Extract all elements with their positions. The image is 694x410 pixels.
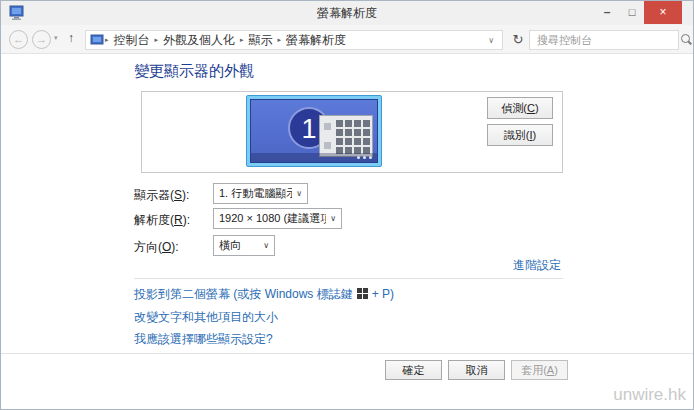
breadcrumb: ▸ 控制台 ▸ 外觀及個人化 ▸ 顯示 ▸ 螢幕解析度 ∨ bbox=[85, 30, 503, 50]
display-select[interactable]: 1. 行動電腦顯示器 ∨ bbox=[213, 183, 308, 204]
identify-label: 識別( bbox=[504, 128, 530, 143]
dialog-buttons: 確定 取消 套用(A) bbox=[385, 360, 568, 380]
close-button[interactable]: × bbox=[644, 1, 682, 24]
chevron-down-icon: ∨ bbox=[330, 214, 336, 223]
orientation-select-value: 橫向 bbox=[219, 238, 259, 253]
orientation-label: 方向(O): bbox=[134, 239, 179, 256]
start-screen-thumbnail-icon bbox=[319, 115, 373, 157]
monitor-taskbar-strip bbox=[251, 153, 377, 162]
detect-mnemonic: C bbox=[527, 102, 535, 114]
resolution-select[interactable]: 1920 × 1080 (建議選項) ∨ bbox=[213, 208, 342, 229]
separator bbox=[134, 278, 563, 279]
orientation-mnemonic: O bbox=[162, 240, 171, 254]
orientation-label-end: ): bbox=[171, 240, 178, 254]
search-input[interactable] bbox=[530, 34, 679, 46]
breadcrumb-item-appearance[interactable]: 外觀及個人化 bbox=[159, 32, 239, 49]
apply-label: 套用( bbox=[521, 363, 547, 378]
detect-label: 偵測( bbox=[501, 101, 527, 116]
breadcrumb-item-screen-resolution[interactable]: 螢幕解析度 bbox=[282, 32, 350, 49]
display-label: 顯示器(S): bbox=[134, 187, 189, 204]
display-help-link[interactable]: 我應該選擇哪些顯示設定? bbox=[134, 331, 273, 348]
project-link-text: 投影到第二個螢幕 (或按 Windows 標誌鍵 bbox=[134, 287, 353, 301]
chevron-down-icon: ∨ bbox=[263, 241, 269, 250]
minimize-button[interactable]: – bbox=[595, 1, 619, 24]
display-label-end: ): bbox=[182, 188, 189, 202]
identify-button[interactable]: 識別(I) bbox=[487, 124, 553, 146]
page-title: 變更顯示器的外觀 bbox=[134, 62, 254, 81]
advanced-settings-link[interactable]: 進階設定 bbox=[513, 257, 561, 274]
orientation-label-text: 方向( bbox=[134, 240, 162, 254]
detect-label-end: ) bbox=[535, 102, 539, 114]
breadcrumb-item-display[interactable]: 顯示 bbox=[245, 32, 277, 49]
breadcrumb-item-control-panel[interactable]: 控制台 bbox=[110, 32, 154, 49]
identify-label-end: ) bbox=[533, 129, 537, 141]
apply-button[interactable]: 套用(A) bbox=[511, 360, 568, 380]
monitor-screen: 1 bbox=[250, 99, 378, 163]
resolution-label: 解析度(R): bbox=[134, 212, 190, 229]
monitor-preview-panel: 1 偵測(C) 識別(I) bbox=[141, 91, 563, 173]
address-dropdown-chevron-icon[interactable]: ∨ bbox=[488, 36, 498, 45]
resolution-label-end: ): bbox=[183, 213, 190, 227]
screen-resolution-window: 螢幕解析度 – □ × ← → ▾ ↑ ▸ 控制台 ▸ 外觀及個人化 ▸ 顯示 … bbox=[0, 0, 694, 410]
project-link-text-end: + P) bbox=[372, 287, 394, 301]
window-title: 螢幕解析度 bbox=[1, 5, 693, 22]
refresh-button[interactable]: ↻ bbox=[507, 30, 529, 50]
resolution-label-text: 解析度( bbox=[134, 213, 174, 227]
cancel-button[interactable]: 取消 bbox=[448, 360, 505, 380]
titlebar: 螢幕解析度 – □ × bbox=[1, 1, 693, 25]
windows-logo-icon bbox=[357, 288, 368, 299]
display-label-text: 顯示器( bbox=[134, 188, 174, 202]
control-panel-icon bbox=[90, 34, 104, 46]
monitor-1-preview[interactable]: 1 bbox=[246, 95, 382, 167]
project-second-screen-link[interactable]: 投影到第二個螢幕 (或按 Windows 標誌鍵+ P) bbox=[134, 286, 394, 303]
maximize-button[interactable]: □ bbox=[620, 1, 644, 24]
ok-button[interactable]: 確定 bbox=[385, 360, 442, 380]
separator bbox=[1, 353, 693, 354]
detect-button[interactable]: 偵測(C) bbox=[487, 97, 553, 119]
apply-label-end: ) bbox=[554, 364, 558, 376]
up-button[interactable]: ↑ bbox=[63, 31, 79, 45]
display-mnemonic: S bbox=[174, 188, 182, 202]
forward-button[interactable]: → bbox=[32, 30, 51, 49]
search-box bbox=[529, 30, 679, 50]
resolution-select-value: 1920 × 1080 (建議選項) bbox=[219, 211, 326, 226]
orientation-select[interactable]: 橫向 ∨ bbox=[213, 235, 275, 256]
resolution-mnemonic: R bbox=[174, 213, 183, 227]
address-bar: ← → ▾ ↑ ▸ 控制台 ▸ 外觀及個人化 ▸ 顯示 ▸ 螢幕解析度 ∨ ↻ bbox=[1, 25, 693, 54]
text-size-link[interactable]: 改變文字和其他項目的大小 bbox=[134, 309, 278, 326]
recent-pages-chevron-icon[interactable]: ▾ bbox=[54, 34, 58, 42]
chevron-down-icon: ∨ bbox=[296, 189, 302, 198]
display-select-value: 1. 行動電腦顯示器 bbox=[219, 186, 292, 201]
apply-mnemonic: A bbox=[547, 364, 554, 376]
back-button[interactable]: ← bbox=[9, 30, 28, 49]
watermark: unwire.hk bbox=[613, 385, 686, 405]
